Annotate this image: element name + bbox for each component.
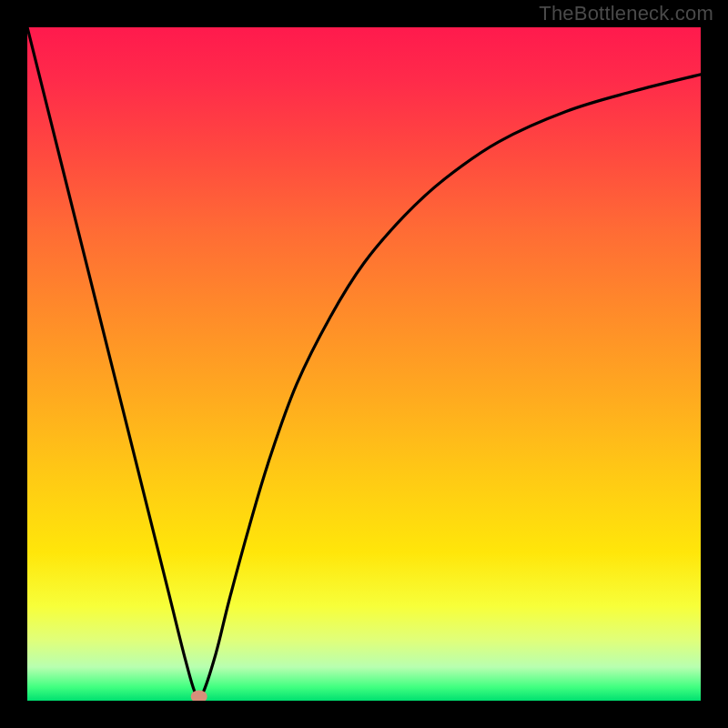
curve-layer bbox=[27, 27, 701, 701]
plot-area bbox=[27, 27, 701, 701]
watermark-label: TheBottleneck.com bbox=[539, 2, 713, 25]
chart-frame: TheBottleneck.com bbox=[0, 0, 728, 728]
bottleneck-curve bbox=[27, 27, 701, 699]
